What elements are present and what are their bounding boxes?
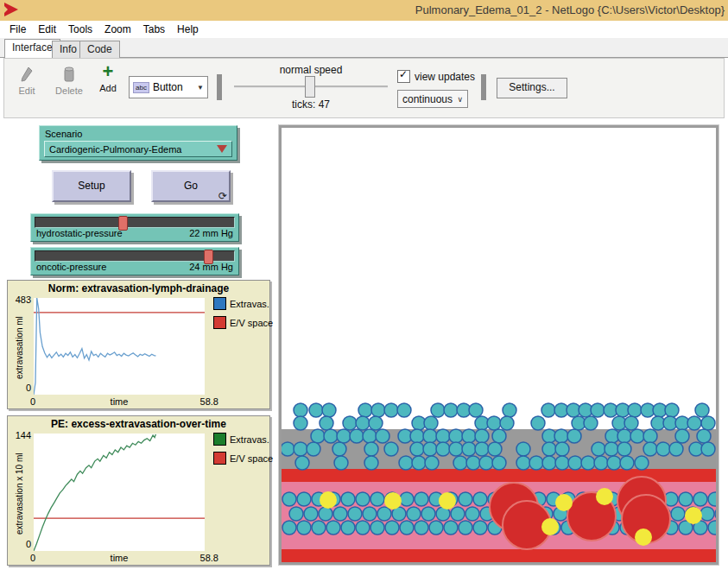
- chooser-dropdown-icon: [217, 145, 227, 153]
- menu-tabs[interactable]: Tabs: [137, 22, 171, 37]
- tab-bar: Interface Info Code: [0, 38, 728, 58]
- series-line: [34, 434, 155, 551]
- speed-slider-thumb[interactable]: [305, 76, 315, 98]
- dropdown-arrow-icon: ▼: [197, 84, 204, 92]
- y-axis-label: extravasation ml: [15, 307, 24, 389]
- toolbar-separator: [217, 74, 222, 100]
- legend-label: E/V space: [230, 318, 273, 328]
- chevron-down-icon: ∨: [457, 95, 463, 104]
- trash-icon: [62, 66, 76, 83]
- y-min-tick: 0: [8, 539, 31, 549]
- world-view-frame: [278, 124, 719, 566]
- alveolar-molecules: [294, 403, 715, 430]
- ticks-counter: ticks: 47: [234, 98, 388, 111]
- legend-swatch-extravas: [213, 297, 226, 310]
- y-max-tick: 483: [8, 294, 31, 305]
- legend-swatch-ev-space: [213, 316, 226, 329]
- interface-toolbar: Edit Delete + Add abc Button ▼ normal sp…: [3, 58, 725, 118]
- setup-button[interactable]: Setup: [52, 170, 131, 202]
- oncotic-pressure-slider: oncotic-pressure 24 mm Hg: [30, 247, 239, 275]
- widget-type-dropdown[interactable]: abc Button ▼: [129, 76, 208, 98]
- edit-widget-button[interactable]: Edit: [11, 66, 42, 96]
- menu-help[interactable]: Help: [171, 22, 205, 37]
- slider-label: hydrostatic-pressure: [36, 228, 123, 238]
- world-view: [279, 125, 719, 565]
- legend-swatch-ev-space: [213, 452, 226, 465]
- checkbox-check-icon: ✓: [397, 70, 410, 83]
- settings-button[interactable]: Settings...: [497, 78, 567, 98]
- tab-code[interactable]: Code: [79, 41, 120, 60]
- hydrostatic-pressure-slider: hydrostatic-pressure 22 mm Hg: [30, 213, 239, 242]
- chooser-field[interactable]: Cardiogenic-Pulmonary-Edema: [44, 141, 232, 157]
- netlogo-window: Pulmonary_Edema_01_2 - NetLogo {C:\Users…: [0, 0, 728, 576]
- go-button-label: Go: [184, 180, 198, 192]
- menu-bar: File Edit Tools Zoom Tabs Help: [0, 21, 728, 38]
- slider-track[interactable]: [35, 250, 235, 262]
- y-max-tick: 144: [8, 430, 31, 440]
- update-mode-dropdown[interactable]: continuous ∨: [397, 90, 468, 108]
- plot-legend: Extravas. E/V space: [213, 433, 273, 471]
- add-widget-button[interactable]: + Add: [94, 63, 122, 93]
- menu-zoom[interactable]: Zoom: [98, 22, 137, 37]
- slider-value: 22 mm Hg: [189, 228, 233, 238]
- legend-label: Extravas.: [230, 299, 269, 309]
- plot-title: Norm: extravasation-lymph-drainage: [8, 282, 269, 294]
- widget-type-value: Button: [153, 81, 183, 93]
- plot-canvas: [34, 434, 205, 551]
- capillary-wall-bottom: [282, 549, 717, 563]
- menu-edit[interactable]: Edit: [32, 22, 62, 37]
- pencil-icon: [19, 66, 35, 83]
- chooser-value: Cardiogenic-Pulmonary-Edema: [49, 144, 181, 155]
- update-mode-value: continuous: [402, 93, 453, 105]
- x-axis-label: time: [34, 553, 205, 563]
- y-axis-label: extravasation x 10 ml: [15, 442, 24, 546]
- title-bar: Pulmonary_Edema_01_2 - NetLogo {C:\Users…: [0, 0, 728, 22]
- slider-value: 24 mm Hg: [189, 262, 233, 272]
- y-min-tick: 0: [8, 383, 31, 393]
- plot-canvas: [34, 298, 205, 395]
- view-updates-label: view updates: [415, 71, 475, 83]
- slider-track[interactable]: [35, 217, 235, 228]
- forever-icon: ⟳: [218, 191, 227, 201]
- plot-excess-extravasation: PE: excess-extravasation-over-time 144 e…: [7, 415, 270, 566]
- plot-norm-extravasation: Norm: extravasation-lymph-drainage 483 e…: [7, 280, 270, 409]
- legend-swatch-extravas: [213, 433, 226, 446]
- slider-label: oncotic-pressure: [36, 262, 106, 272]
- abc-icon: abc: [133, 82, 149, 93]
- window-title: Pulmonary_Edema_01_2 - NetLogo {C:\Users…: [415, 3, 725, 16]
- netlogo-app-icon: [4, 3, 18, 16]
- plus-icon: +: [94, 63, 122, 80]
- legend-label: E/V space: [230, 453, 273, 464]
- scenario-chooser: Scenario Cardiogenic-Pulmonary-Edema: [39, 125, 237, 161]
- plot-legend: Extravas. E/V space: [213, 297, 273, 335]
- speed-slider-label: normal speed: [234, 64, 388, 76]
- x-max-tick: 58.8: [184, 396, 218, 407]
- menu-file[interactable]: File: [3, 22, 32, 37]
- delete-widget-button[interactable]: Delete: [51, 66, 87, 96]
- x-max-tick: 58.8: [184, 553, 218, 563]
- go-button[interactable]: Go ⟳: [151, 170, 231, 202]
- menu-tools[interactable]: Tools: [62, 22, 98, 37]
- x-axis-label: time: [34, 396, 205, 407]
- toolbar-separator-2: [481, 74, 486, 100]
- legend-label: Extravas.: [230, 434, 269, 445]
- view-updates-checkbox[interactable]: ✓ view updates: [397, 70, 475, 83]
- chooser-label: Scenario: [45, 129, 237, 139]
- plot-title: PE: excess-extravasation-over-time: [8, 418, 269, 430]
